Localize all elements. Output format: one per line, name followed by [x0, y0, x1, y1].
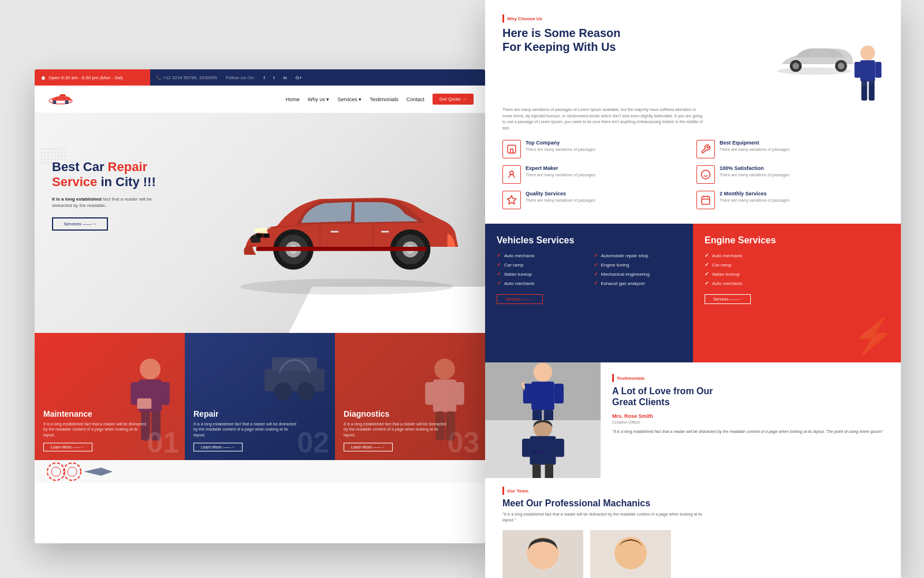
svg-rect-18: [381, 231, 389, 232]
engine-services: ⚡ Engine Services Auto mechanic Car ramp…: [693, 224, 901, 362]
why-item-desc-6: There are many variations of passages: [720, 198, 789, 203]
vehicle-services-list: Auto mechanic Car ramp Italian tuneup Au…: [497, 253, 681, 290]
hero-title-rest: in City !!!: [100, 175, 155, 189]
why-item-desc-3: There are many variations of passages: [526, 198, 595, 203]
svg-rect-70: [556, 439, 564, 457]
get-quote-button[interactable]: Get Quote →: [433, 94, 474, 105]
svg-rect-19: [256, 247, 426, 251]
top-bar-contact: 📞 +12 3234 56789, 3330095 Follow Us On: …: [150, 75, 308, 80]
services-two-col: Vehicles Services Auto mechanic Car ramp…: [485, 224, 901, 362]
navbar: Home Why us ▾ Services ▾ Testimonials Co…: [35, 86, 485, 113]
gear-bg-icon: [803, 6, 901, 124]
testimonial-photos: [485, 362, 601, 478]
team-desc: "It is a long established fact that a re…: [502, 512, 705, 523]
right-mockup: Why Choose Us Here is Some Reason For Ke…: [485, 0, 901, 578]
svg-rect-16: [263, 234, 270, 238]
why-icon-2: [502, 165, 521, 184]
hero-section: Best Car Repair Service in City !!! It i…: [35, 113, 485, 333]
nav-contact[interactable]: Contact: [407, 97, 424, 102]
why-icon-6: [696, 191, 715, 209]
team-photo-1: Jack Wison Senior Mechanic ✕: [502, 530, 583, 578]
testimonial-person-role: Creative Officer: [612, 420, 889, 424]
vs-item-r4: Exhaust gas analyzer: [594, 280, 682, 286]
why-item-title-6: 2 Monthly Services: [720, 191, 789, 197]
svg-point-3: [54, 102, 55, 103]
testimonial-content: Testimonials A Lot of Love from Our Grea…: [601, 362, 901, 478]
svg-point-20: [140, 359, 161, 380]
testimonial-tag: Testimonials: [612, 374, 889, 382]
team-tag: Our Team: [502, 487, 884, 495]
vs-item-4: Auto mechanic: [497, 280, 585, 286]
why-icon-3: [502, 191, 521, 209]
why-icon-1: [502, 140, 521, 158]
svg-point-4: [66, 102, 68, 103]
service-card-overlay-3: Diagnostics It is a long established fac…: [335, 401, 485, 460]
logo-icon: [46, 92, 75, 106]
svg-rect-71: [532, 464, 541, 478]
logo: [46, 92, 75, 106]
svg-point-38: [51, 467, 61, 476]
vs-item-1: Auto mechanic: [497, 253, 585, 258]
why-item-top-company: Top Company There are many variations of…: [502, 140, 690, 158]
vs-item-r1: Automobile repair shop: [594, 253, 682, 258]
svg-point-76: [614, 537, 647, 569]
why-title-line2: For Keeping With Us: [502, 40, 616, 53]
nav-testimonials[interactable]: Testimonials: [370, 97, 398, 102]
vs-item-3: Italian tuneup: [497, 271, 585, 277]
es-item-2: Car ramp: [705, 262, 889, 268]
svg-point-5: [240, 279, 453, 295]
nav-why[interactable]: Why us ▾: [308, 97, 330, 102]
diagnostics-learn-more[interactable]: Learn More ——→: [344, 443, 393, 451]
vehicle-services-btn[interactable]: Services ——→: [497, 294, 543, 304]
hero-title-line1: Best Car Repair: [52, 160, 147, 174]
vehicle-services: Vehicles Services Auto mechanic Car ramp…: [485, 224, 693, 362]
hero-text: Best Car Repair Service in City !!! It i…: [52, 160, 167, 231]
page-wrapper: ⏰ Open 9:30 am - 6:30 pm (Mon - Sat) 📞 +…: [0, 0, 924, 578]
team-title: Meet Our Professional Machanics: [502, 498, 884, 509]
testimonial-person-name: Mrs. Rose Smith: [612, 413, 889, 419]
why-desc: There are many variations of passages of…: [502, 107, 705, 131]
why-item-best-equipment: Best Equipment There are many variations…: [696, 140, 884, 158]
maintenance-learn-more[interactable]: Learn More ——→: [43, 443, 92, 451]
mechanic-thumbs-photo: [485, 362, 601, 423]
hero-title: Best Car Repair Service in City !!!: [52, 160, 167, 190]
top-bar: ⏰ Open 9:30 am - 6:30 pm (Mon - Sat) 📞 +…: [35, 69, 485, 86]
nav-home[interactable]: Home: [286, 97, 300, 102]
svg-point-40: [68, 467, 77, 476]
tire-decoration: [35, 460, 485, 483]
svg-point-39: [64, 463, 81, 480]
why-item-title-5: 100% Satisfaction: [720, 165, 789, 171]
top-bar-hours: ⏰ Open 9:30 am - 6:30 pm (Mon - Sat): [35, 69, 150, 86]
team-member-2: Russell Doe Co-Mechanic ✕: [590, 530, 671, 578]
hero-services-button[interactable]: Services ——→: [52, 217, 108, 231]
repair-learn-more[interactable]: Learn More ——→: [193, 443, 243, 451]
why-item-desc-2: There are many variations of passages: [526, 172, 595, 178]
vs-item-2: Car ramp: [497, 262, 585, 268]
svg-rect-69: [522, 439, 531, 457]
testimonial-quote: "It is a long established fact that a re…: [612, 429, 889, 435]
team-section: Our Team Meet Our Professional Machanics…: [485, 478, 901, 578]
why-item-title-3: Quality Services: [526, 191, 595, 197]
svg-rect-62: [531, 381, 554, 410]
why-item-title-2: Expert Maker: [526, 165, 595, 171]
nav-services[interactable]: Services ▾: [337, 97, 362, 102]
hero-car-image: [214, 119, 479, 321]
svg-rect-72: [545, 464, 553, 478]
why-title: Here is Some Reason For Keeping With Us: [502, 26, 621, 54]
service-card-overlay-2: Repair It is a long established fact tha…: [185, 401, 335, 460]
services-strip: 01 Maintenance It is a long established …: [35, 333, 485, 460]
engine-services-btn[interactable]: Services ——→: [705, 294, 751, 304]
svg-point-37: [47, 463, 65, 480]
why-item-expert-maker: Expert Maker There are many variations o…: [502, 165, 690, 184]
svg-point-53: [510, 171, 513, 175]
svg-point-30: [297, 382, 315, 400]
why-grid: Top Company There are many variations of…: [502, 140, 884, 209]
why-item-desc-1: There are many variations of passages: [526, 147, 595, 153]
svg-rect-17: [330, 231, 338, 232]
left-mockup: ⏰ Open 9:30 am - 6:30 pm (Mon - Sat) 📞 +…: [35, 69, 485, 543]
why-item-satisfaction: 100% Satisfaction There are many variati…: [696, 165, 884, 184]
es-item-1: Auto mechanic: [705, 253, 889, 258]
engine-services-list: Auto mechanic Car ramp Italian tuneup Au…: [705, 253, 889, 286]
nav-links: Home Why us ▾ Services ▾ Testimonials Co…: [286, 94, 474, 105]
why-item-desc-4: There are many variations of passages: [720, 147, 789, 153]
